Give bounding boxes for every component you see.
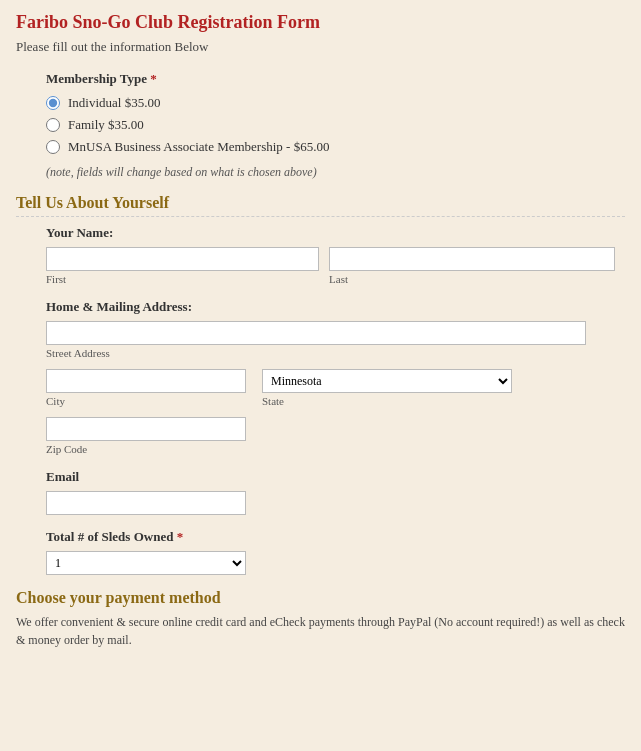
city-field: City bbox=[46, 369, 246, 407]
sleds-label: Total # of Sleds Owned * bbox=[46, 529, 615, 545]
membership-option-family-label: Family $35.00 bbox=[68, 117, 144, 133]
page-title: Faribo Sno-Go Club Registration Form bbox=[16, 12, 625, 33]
last-name-col: Last bbox=[329, 247, 615, 285]
zip-input[interactable] bbox=[46, 417, 246, 441]
payment-text: We offer convenient & secure online cred… bbox=[16, 613, 625, 649]
membership-option-individual-label: Individual $35.00 bbox=[68, 95, 160, 111]
last-name-input[interactable] bbox=[329, 247, 615, 271]
address-label: Home & Mailing Address: bbox=[46, 299, 615, 315]
membership-note: (note, fields will change based on what … bbox=[46, 165, 625, 180]
first-name-col: First bbox=[46, 247, 319, 285]
membership-option-individual[interactable]: Individual $35.00 bbox=[46, 95, 625, 111]
sleds-row: Total # of Sleds Owned * 12345678910 bbox=[46, 529, 615, 575]
membership-radio-individual[interactable] bbox=[46, 96, 60, 110]
sleds-select[interactable]: 12345678910 bbox=[46, 551, 246, 575]
membership-option-family[interactable]: Family $35.00 bbox=[46, 117, 625, 133]
zip-row: Zip Code bbox=[46, 417, 615, 455]
state-select[interactable]: AlabamaAlaskaArizonaArkansasCaliforniaCo… bbox=[262, 369, 512, 393]
email-label: Email bbox=[46, 469, 615, 485]
street-address-label: Street Address bbox=[46, 347, 615, 359]
email-input[interactable] bbox=[46, 491, 246, 515]
state-field: AlabamaAlaskaArizonaArkansasCaliforniaCo… bbox=[262, 369, 512, 407]
membership-option-business[interactable]: MnUSA Business Associate Membership - $6… bbox=[46, 139, 625, 155]
last-name-label: Last bbox=[329, 273, 615, 285]
your-name-row: Your Name: First Last bbox=[46, 225, 615, 285]
email-row: Email bbox=[46, 469, 615, 515]
zip-label: Zip Code bbox=[46, 443, 615, 455]
membership-radio-group: Individual $35.00 Family $35.00 MnUSA Bu… bbox=[46, 95, 625, 155]
street-address-row: Street Address bbox=[46, 321, 615, 359]
city-input[interactable] bbox=[46, 369, 246, 393]
tell-us-heading: Tell Us About Yourself bbox=[16, 194, 625, 217]
membership-type-label: Membership Type * bbox=[46, 71, 625, 87]
first-name-input[interactable] bbox=[46, 247, 319, 271]
membership-radio-family[interactable] bbox=[46, 118, 60, 132]
state-label: State bbox=[262, 395, 512, 407]
page-subtitle: Please fill out the information Below bbox=[16, 39, 625, 55]
address-section: Home & Mailing Address: Street Address C… bbox=[46, 299, 615, 455]
first-name-label: First bbox=[46, 273, 319, 285]
membership-option-business-label: MnUSA Business Associate Membership - $6… bbox=[68, 139, 329, 155]
city-label: City bbox=[46, 395, 246, 407]
your-name-label: Your Name: bbox=[46, 225, 615, 241]
street-address-input[interactable] bbox=[46, 321, 586, 345]
city-state-row: City AlabamaAlaskaArizonaArkansasCalifor… bbox=[46, 369, 615, 407]
name-fields: First Last bbox=[46, 247, 615, 285]
membership-radio-business[interactable] bbox=[46, 140, 60, 154]
payment-heading: Choose your payment method bbox=[16, 589, 625, 607]
